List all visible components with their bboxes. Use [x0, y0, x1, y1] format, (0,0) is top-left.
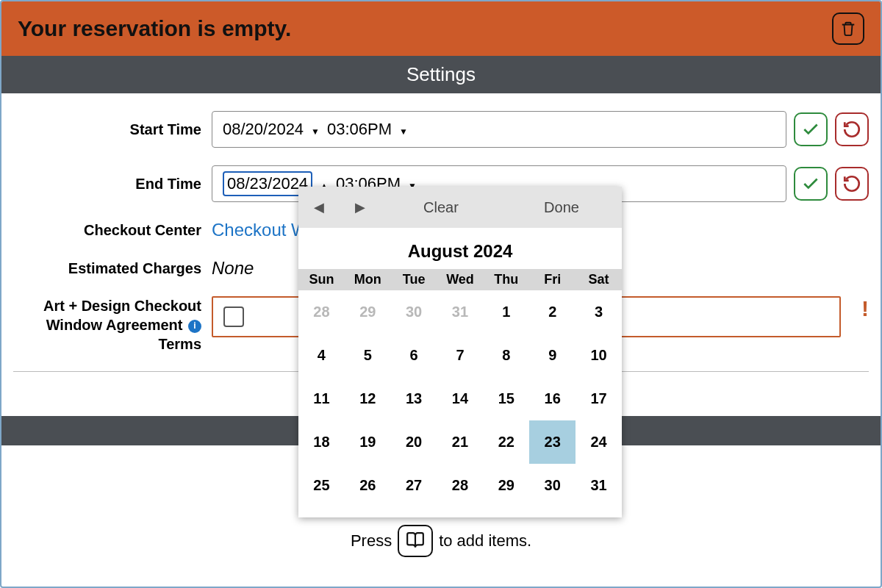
calendar-day[interactable]: 7: [437, 334, 484, 377]
start-time-value: 03:06PM: [327, 120, 392, 139]
info-icon[interactable]: i: [188, 320, 201, 333]
calendar-dow-row: SunMonTueWedThuFriSat: [298, 269, 622, 290]
empty-reservation-banner: Your reservation is empty.: [1, 1, 881, 56]
calendar-day[interactable]: 30: [529, 464, 576, 507]
calendar-month-title: August 2024: [298, 228, 622, 269]
agreement-label-line3: Terms: [13, 334, 201, 354]
calendar-dow: Sun: [298, 269, 345, 290]
start-time-dropdown-icon: [396, 120, 411, 139]
calendar-day[interactable]: 26: [345, 464, 391, 507]
start-reset-button[interactable]: [835, 112, 869, 146]
calendar-clear-button[interactable]: Clear: [381, 199, 501, 216]
calendar-days-grid: 2829303112345678910111213141516171819202…: [298, 290, 622, 507]
calendar-day[interactable]: 2: [529, 290, 576, 334]
calendar-dow: Fri: [529, 269, 576, 290]
start-date-dropdown-icon: [308, 120, 323, 139]
add-items-suffix: to add items.: [439, 531, 531, 551]
start-confirm-button[interactable]: [794, 112, 828, 146]
undo-icon: [842, 120, 861, 139]
calendar-day[interactable]: 3: [576, 290, 622, 334]
calendar-day[interactable]: 27: [391, 464, 437, 507]
calendar-day[interactable]: 21: [437, 420, 484, 464]
start-datetime-input[interactable]: 08/20/2024 03:06PM: [212, 111, 786, 148]
add-items-prompt: Press to add items.: [1, 525, 881, 557]
start-time-label: Start Time: [13, 121, 212, 138]
trash-icon: [840, 20, 856, 37]
checkout-center-link[interactable]: Checkout W: [212, 220, 308, 240]
calendar-done-button[interactable]: Done: [501, 199, 622, 216]
banner-title: Your reservation is empty.: [18, 16, 291, 41]
calendar-prev-button[interactable]: ◀: [298, 199, 340, 215]
end-time-label: End Time: [13, 176, 212, 193]
calendar-day[interactable]: 11: [298, 377, 345, 420]
calendar-day[interactable]: 16: [529, 377, 576, 420]
calendar-day[interactable]: 9: [529, 334, 576, 377]
calendar-day[interactable]: 29: [345, 290, 391, 334]
calendar-day[interactable]: 28: [298, 290, 345, 334]
calendar-day[interactable]: 15: [483, 377, 529, 420]
calendar-day[interactable]: 20: [391, 420, 437, 464]
calendar-dow: Mon: [345, 269, 391, 290]
agreement-warning-icon: !: [861, 296, 869, 321]
calendar-day[interactable]: 17: [576, 377, 622, 420]
agreement-label-line2: Window Agreement i: [13, 315, 201, 334]
add-items-prefix: Press: [351, 531, 392, 551]
calendar-day[interactable]: 30: [391, 290, 437, 334]
end-reset-button[interactable]: [835, 167, 869, 201]
calendar-dow: Tue: [391, 269, 437, 290]
agreement-label-line1: Art + Design Checkout: [13, 296, 201, 315]
delete-reservation-button[interactable]: [832, 12, 864, 45]
check-icon: [801, 120, 820, 139]
calendar-dow: Sat: [576, 269, 622, 290]
calendar-day[interactable]: 28: [437, 464, 484, 507]
start-time-row: Start Time 08/20/2024 03:06PM: [13, 111, 869, 148]
calendar-dow: Wed: [437, 269, 484, 290]
calendar-day[interactable]: 12: [345, 377, 391, 420]
estimated-charges-label: Estimated Charges: [13, 260, 212, 277]
book-icon: [405, 531, 426, 551]
end-confirm-button[interactable]: [794, 167, 828, 201]
calendar-day[interactable]: 24: [576, 420, 622, 464]
calendar-day[interactable]: 18: [298, 420, 345, 464]
calendar-day[interactable]: 13: [391, 377, 437, 420]
calendar-next-button[interactable]: ▶: [340, 199, 381, 215]
calendar-day[interactable]: 14: [437, 377, 484, 420]
calendar-toolbar: ◀ ▶ Clear Done: [298, 187, 622, 228]
calendar-dow: Thu: [483, 269, 529, 290]
estimated-charges-value: None: [212, 258, 254, 279]
calendar-day[interactable]: 6: [391, 334, 437, 377]
calendar-day[interactable]: 22: [483, 420, 529, 464]
calendar-day[interactable]: 25: [298, 464, 345, 507]
undo-icon: [842, 174, 861, 193]
calendar-day[interactable]: 8: [483, 334, 529, 377]
calendar-day[interactable]: 4: [298, 334, 345, 377]
agreement-label: Art + Design Checkout Window Agreement i…: [13, 296, 212, 354]
date-picker-popover: ◀ ▶ Clear Done August 2024 SunMonTueWedT…: [298, 187, 622, 517]
start-date-value: 08/20/2024: [223, 120, 304, 139]
calendar-day[interactable]: 29: [483, 464, 529, 507]
check-icon: [801, 174, 820, 193]
calendar-day[interactable]: 10: [576, 334, 622, 377]
calendar-day[interactable]: 31: [576, 464, 622, 507]
calendar-day[interactable]: 1: [483, 290, 529, 334]
settings-header: Settings: [1, 56, 881, 93]
calendar-day[interactable]: 5: [345, 334, 391, 377]
add-items-button[interactable]: [398, 525, 433, 557]
calendar-day[interactable]: 23: [529, 420, 576, 464]
calendar-day[interactable]: 19: [345, 420, 391, 464]
calendar-day[interactable]: 31: [437, 290, 484, 334]
checkout-center-label: Checkout Center: [13, 222, 212, 239]
agreement-checkbox[interactable]: [223, 306, 244, 327]
